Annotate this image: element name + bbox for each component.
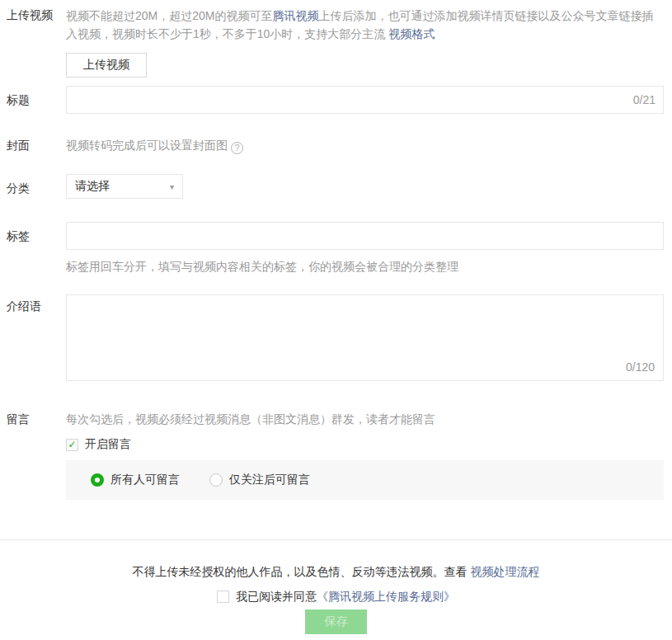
title-row: 标题 0/21 xyxy=(0,86,672,114)
enable-comment-label: 开启留言 xyxy=(85,437,131,452)
title-input[interactable] xyxy=(66,86,664,114)
upload-video-label: 上传视频 xyxy=(0,7,66,23)
upload-video-description: 视频不能超过20M，超过20M的视频可至腾讯视频上传后添加，也可通过添加视频详情… xyxy=(66,7,664,43)
radio-unselected-icon[interactable] xyxy=(209,473,223,487)
category-label: 分类 xyxy=(0,174,66,196)
agree-text: 我已阅读并同意 xyxy=(236,588,317,605)
cover-label: 封面 xyxy=(0,137,66,153)
tags-row: 标签 标签用回车分开，填写与视频内容相关的标签，你的视频会被合理的分类整理 xyxy=(0,222,672,275)
category-selected-value: 请选择 xyxy=(75,179,110,194)
help-icon[interactable]: ? xyxy=(231,142,243,154)
checkbox-checked-icon[interactable]: ✓ xyxy=(66,439,78,451)
footer: 不得上传未经授权的他人作品，以及色情、反动等违法视频。查看 视频处理流程 我已阅… xyxy=(0,563,672,634)
intro-row: 介绍语 0/120 xyxy=(0,294,672,381)
footer-divider xyxy=(0,539,672,540)
category-select[interactable]: 请选择 ▾ xyxy=(66,174,183,199)
upload-desc-part1: 视频不能超过20M，超过20M的视频可至 xyxy=(66,9,272,22)
radio-followers-only-comment[interactable]: 仅关注后可留言 xyxy=(209,473,310,487)
intro-label: 介绍语 xyxy=(0,294,66,314)
video-upload-form: 上传视频 视频不能超过20M，超过20M的视频可至腾讯视频上传后添加，也可通过添… xyxy=(0,0,672,634)
title-label: 标题 xyxy=(0,86,66,108)
tags-input[interactable] xyxy=(66,222,664,250)
comment-hint: 每次勾选后，视频必须经过视频消息（非图文消息）群发，读者才能留言 xyxy=(66,411,664,427)
comment-permission-panel: 所有人可留言 仅关注后可留言 xyxy=(66,460,664,500)
upload-video-row: 上传视频 视频不能超过20M，超过20M的视频可至腾讯视频上传后添加，也可通过添… xyxy=(0,7,672,78)
notice-text: 不得上传未经授权的他人作品，以及色情、反动等违法视频。查看 xyxy=(133,565,471,578)
radio-everyone-can-comment[interactable]: 所有人可留言 xyxy=(91,473,180,487)
agree-terms-row[interactable]: 我已阅读并同意《腾讯视频上传服务规则》 xyxy=(0,588,672,605)
service-rules-link[interactable]: 《腾讯视频上传服务规则》 xyxy=(317,588,455,605)
save-button[interactable]: 保存 xyxy=(305,609,367,634)
tags-label: 标签 xyxy=(0,222,66,244)
upload-notice: 不得上传未经授权的他人作品，以及色情、反动等违法视频。查看 视频处理流程 xyxy=(0,563,672,580)
radio-everyone-label: 所有人可留言 xyxy=(110,473,180,487)
cover-row: 封面 视频转码完成后可以设置封面图? xyxy=(0,137,672,154)
tags-hint: 标签用回车分开，填写与视频内容相关的标签，你的视频会被合理的分类整理 xyxy=(66,258,664,275)
intro-textarea[interactable] xyxy=(67,295,663,380)
cover-hint: 视频转码完成后可以设置封面图 xyxy=(66,139,228,152)
comment-row: 留言 每次勾选后，视频必须经过视频消息（非图文消息）群发，读者才能留言 ✓ 开启… xyxy=(0,411,672,500)
video-format-link[interactable]: 视频格式 xyxy=(388,27,435,40)
radio-selected-icon[interactable] xyxy=(91,473,104,487)
upload-video-button[interactable]: 上传视频 xyxy=(66,53,147,78)
chevron-down-icon: ▾ xyxy=(170,182,174,191)
category-row: 分类 请选择 ▾ xyxy=(0,174,672,199)
tencent-video-link[interactable]: 腾讯视频 xyxy=(272,9,318,22)
radio-followers-label: 仅关注后可留言 xyxy=(229,473,310,487)
checkbox-unchecked-icon[interactable] xyxy=(217,591,229,603)
comment-label: 留言 xyxy=(0,411,66,427)
enable-comment-checkbox-row[interactable]: ✓ 开启留言 xyxy=(66,437,664,452)
video-process-link[interactable]: 视频处理流程 xyxy=(470,565,539,578)
